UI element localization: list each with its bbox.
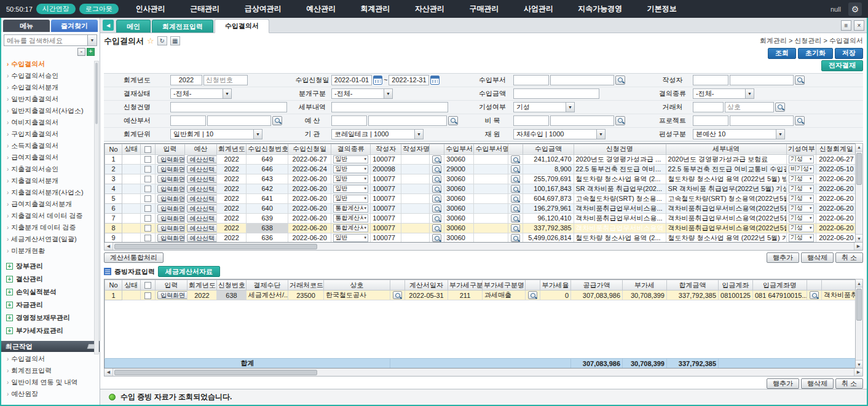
budget-select-button[interactable]: 예산선택 xyxy=(187,234,217,242)
income-date-to-input[interactable] xyxy=(389,75,429,85)
cell-select-holder[interactable]: 기성▼ xyxy=(786,203,816,213)
search-icon[interactable] xyxy=(615,116,625,125)
calendar-icon[interactable] xyxy=(430,76,440,85)
horizontal-scrollbar[interactable]: ◀ ▶ xyxy=(104,243,863,251)
scrollbar-thumb[interactable] xyxy=(856,289,862,321)
budget-select-button[interactable]: 예산선택 xyxy=(187,185,217,193)
cell-button-holder[interactable]: 예산선택 xyxy=(185,233,217,243)
search-icon[interactable] xyxy=(432,195,441,203)
decision-type-select[interactable]: 통합계산서▼ xyxy=(333,205,368,213)
cell-select-holder[interactable]: 기성▼ xyxy=(786,184,816,193)
decision-type-select[interactable]: 일반▼ xyxy=(333,234,368,242)
income-dept-code-input[interactable] xyxy=(513,75,549,85)
scroll-down-icon[interactable]: ▼ xyxy=(856,234,862,242)
sidebar-folder[interactable]: +자금관리 xyxy=(6,299,100,311)
topbar-menu-item[interactable]: 구매관리 xyxy=(469,4,499,14)
fund-select[interactable]: 자체수입 | 1000▼ xyxy=(513,129,606,139)
completion-select[interactable]: 기성▼ xyxy=(513,102,575,112)
input-screen-button[interactable]: 입력화면 xyxy=(157,155,185,163)
topbar-menu-item[interactable]: 회계관리 xyxy=(361,4,390,14)
gear-icon[interactable]: ⚙ xyxy=(848,2,862,16)
search-icon[interactable] xyxy=(432,165,441,173)
completion-select[interactable]: 비기성▼ xyxy=(789,165,814,173)
income-dept-name-input[interactable] xyxy=(550,75,614,85)
account-unit-select[interactable]: 일반회계 | 10▼ xyxy=(170,129,262,139)
search-cell[interactable] xyxy=(508,213,523,223)
action-button[interactable]: 저장 xyxy=(835,48,863,59)
cell-select-holder[interactable]: 비기성▼ xyxy=(786,164,816,174)
topbar-menu-item[interactable]: 지속가능경영 xyxy=(578,4,622,14)
input-screen-button[interactable]: 입력화면 xyxy=(157,185,185,193)
invoice-merge-button[interactable]: 계산서통합처리 xyxy=(104,252,164,263)
row-select-cell[interactable] xyxy=(141,184,156,193)
row-checkbox[interactable] xyxy=(144,166,151,173)
tab-close-icon[interactable]: × xyxy=(854,20,864,31)
tab-list-icon[interactable]: ≡ xyxy=(841,20,851,31)
budget-dept-name-input[interactable] xyxy=(207,115,271,126)
search-cell[interactable] xyxy=(430,164,444,174)
grid-row[interactable]: 4입력화면예산선택20226422022-06-20일반▼10007730060… xyxy=(105,184,856,193)
cell-button-holder[interactable]: 입력화면 xyxy=(156,154,185,164)
approval-status-select[interactable]: -전체-▼ xyxy=(170,88,232,99)
row-checkbox[interactable] xyxy=(144,176,151,182)
sidebar-item[interactable]: ›지출결의서분개(사업소) xyxy=(7,187,100,198)
grid-row[interactable]: 7입력화면예산선택20226392022-06-20통합계산서▼10007730… xyxy=(105,213,856,223)
sidebar-folder[interactable]: +장부관리 xyxy=(6,260,100,273)
project-name-input[interactable] xyxy=(730,115,794,126)
topbar-menu-item[interactable]: 자산관리 xyxy=(415,4,444,14)
search-icon[interactable] xyxy=(432,205,441,213)
cell-button-holder[interactable]: 예산선택 xyxy=(185,213,217,223)
tax-invoice-button[interactable]: 세금계산서자료 xyxy=(158,266,220,277)
recent-item[interactable]: ›수입결의서 xyxy=(7,353,100,365)
search-icon[interactable] xyxy=(432,214,441,222)
search-icon[interactable] xyxy=(432,175,441,183)
row-select-cell[interactable] xyxy=(141,223,156,233)
search-icon[interactable] xyxy=(432,185,441,193)
cell-button-holder[interactable]: 예산선택 xyxy=(185,193,217,203)
decision-type-select[interactable]: 통합계산서▼ xyxy=(333,224,368,232)
sidebar-folder[interactable]: +경영정보재무관리 xyxy=(6,311,100,324)
row-checkbox[interactable] xyxy=(144,215,151,222)
cell-select-holder[interactable]: 통합계산서▼ xyxy=(331,203,371,213)
cell-button-holder[interactable]: 입력화면 xyxy=(156,174,185,184)
budget-select-button[interactable]: 예산선택 xyxy=(187,175,217,183)
journal-type-select[interactable]: -전체-▼ xyxy=(331,88,393,99)
completion-select[interactable]: 기성▼ xyxy=(789,234,814,242)
completion-select[interactable]: 기성▼ xyxy=(789,185,814,193)
cell-select-holder[interactable]: 기성▼ xyxy=(786,233,816,243)
refresh-icon[interactable]: ↻ xyxy=(157,36,167,45)
input-screen-button[interactable]: 입력화면 xyxy=(157,234,185,242)
search-icon[interactable] xyxy=(810,291,819,299)
scroll-right-icon[interactable]: ▶ xyxy=(854,369,862,376)
input-screen-button[interactable]: 입력화면 xyxy=(157,175,185,183)
cell-select-holder[interactable]: 일반▼ xyxy=(331,233,371,243)
sidebar-item[interactable]: ›여비지출결의서 xyxy=(7,117,100,128)
search-cell[interactable] xyxy=(526,291,540,300)
grid-footer-button[interactable]: 행추가 xyxy=(767,378,799,389)
decision-type-select[interactable]: 일반▼ xyxy=(333,155,368,163)
row-select-cell[interactable] xyxy=(141,193,156,203)
input-screen-button[interactable]: 입력화면 xyxy=(157,214,185,222)
request-no-input[interactable] xyxy=(203,75,248,85)
sidebar-item[interactable]: ›급여지출결의서분개 xyxy=(7,198,100,210)
row-select-cell[interactable] xyxy=(141,233,156,243)
row-checkbox[interactable] xyxy=(144,185,151,192)
grid-row[interactable]: 8입력화면예산선택20226382022-06-20통합계산서▼10007730… xyxy=(105,223,856,233)
sidebar-item[interactable]: ›지출결의서승인 xyxy=(7,163,100,175)
sidebar-item[interactable]: ›급여지출결의서 xyxy=(7,152,100,163)
topbar-menu-item[interactable]: 인사관리 xyxy=(136,4,165,14)
cell-select-holder[interactable]: 기성▼ xyxy=(786,213,816,223)
sidebar-item[interactable]: ›수입결의서분개 xyxy=(7,82,100,93)
search-icon[interactable] xyxy=(775,103,785,112)
cell-button-holder[interactable]: 예산선택 xyxy=(185,174,217,184)
select-all-checkbox[interactable] xyxy=(144,146,151,153)
input-screen-button[interactable]: 입력화면 xyxy=(157,195,185,203)
scroll-down-icon[interactable]: ▼ xyxy=(856,360,862,368)
action-button[interactable]: 조회 xyxy=(768,48,796,59)
recent-item[interactable]: ›회계전표입력 xyxy=(7,365,100,377)
decision-type-select[interactable]: 일반▼ xyxy=(333,175,368,183)
scroll-left-icon[interactable]: ◀ xyxy=(105,369,113,376)
collapse-all-button[interactable]: - xyxy=(77,48,85,56)
search-icon[interactable] xyxy=(448,116,458,125)
income-date-from-input[interactable] xyxy=(331,75,372,85)
